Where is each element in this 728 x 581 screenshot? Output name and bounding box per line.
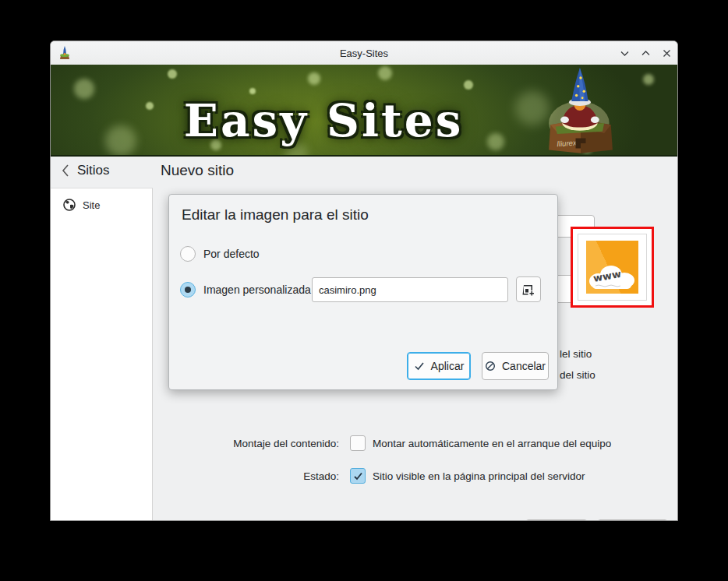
mount-row: Montaje del contenido: Montar automática…: [153, 435, 677, 451]
back-button[interactable]: Sitios: [61, 163, 110, 178]
radio-default[interactable]: [180, 246, 196, 262]
radio-default-label: Por defecto: [203, 248, 260, 260]
cancel-icon: [485, 361, 496, 371]
maximize-icon[interactable]: [639, 47, 652, 59]
bokeh-dot: [249, 88, 256, 94]
mount-label: Montaje del contenido:: [153, 438, 350, 449]
www-cloud-image: www: [586, 241, 638, 294]
image-filename-input[interactable]: [312, 277, 508, 302]
bokeh-dot: [378, 66, 392, 80]
apply-button[interactable]: Aplicar: [525, 519, 588, 521]
minimize-icon[interactable]: [618, 47, 631, 59]
dialog-apply-button[interactable]: Aplicar: [407, 352, 471, 380]
bokeh-dot: [308, 72, 320, 85]
radio-custom-image[interactable]: [180, 282, 196, 298]
estado-checkbox[interactable]: [350, 468, 366, 484]
wizard-mascot-icon: lliurex: [539, 68, 623, 155]
radio-custom-label: Imagen personalizada: [203, 283, 311, 296]
chevron-left-icon: [61, 164, 70, 178]
close-icon[interactable]: [660, 47, 673, 59]
mount-checkbox[interactable]: [350, 435, 366, 451]
dialog-cancel-button[interactable]: Cancelar: [482, 352, 549, 380]
app-icon: [58, 45, 72, 61]
bokeh-dot: [464, 80, 473, 90]
dialog-apply-label: Aplicar: [431, 360, 465, 372]
globe-icon: [63, 199, 76, 211]
check-icon: [414, 361, 425, 371]
bokeh-dot: [74, 79, 94, 99]
clipped-label: del sitio: [560, 369, 595, 381]
sidebar-item-site[interactable]: Site: [51, 188, 152, 211]
page-title: Nuevo sitio: [161, 162, 234, 179]
clipped-label: lel sitio: [560, 348, 592, 360]
back-label: Sitios: [77, 163, 110, 178]
browse-image-button[interactable]: [516, 276, 541, 302]
estado-label: Estado:: [153, 470, 350, 482]
sidebar: Site: [51, 188, 153, 520]
dialog-title: Editar la imagen para el sitio: [182, 206, 369, 224]
app-banner: Easy Sites lliurex: [51, 65, 677, 157]
dialog-cancel-label: Cancelar: [502, 360, 546, 372]
banner-title: Easy Sites: [105, 94, 542, 147]
mount-checkbox-label: Montar automáticamente en el arranque de…: [366, 438, 611, 449]
edit-image-dialog: Editar la imagen para el sitio Por defec…: [168, 194, 558, 390]
main-content: lel sitio del sitio www Editar l: [153, 188, 677, 520]
estado-checkbox-label: Sitio visible en la página principal del…: [366, 470, 585, 482]
bokeh-dot: [643, 74, 654, 85]
site-image-thumbnail[interactable]: www: [571, 227, 654, 308]
estado-row: Estado: Sitio visible en la página princ…: [153, 468, 677, 484]
window-title: Easy-Sites: [51, 48, 677, 59]
svg-text:lliurex: lliurex: [557, 138, 578, 148]
check-icon: [353, 471, 363, 481]
titlebar[interactable]: Easy-Sites: [51, 41, 677, 65]
thumbnail-frame: www: [578, 234, 647, 301]
header-row: Sitios Nuevo sitio: [51, 157, 677, 188]
bokeh-dot: [168, 69, 177, 79]
insert-image-icon: [522, 283, 535, 296]
cancel-button[interactable]: Cancelar: [597, 519, 668, 521]
sidebar-item-label: Site: [83, 199, 100, 211]
app-window: Easy-Sites Easy Sites: [50, 40, 678, 521]
